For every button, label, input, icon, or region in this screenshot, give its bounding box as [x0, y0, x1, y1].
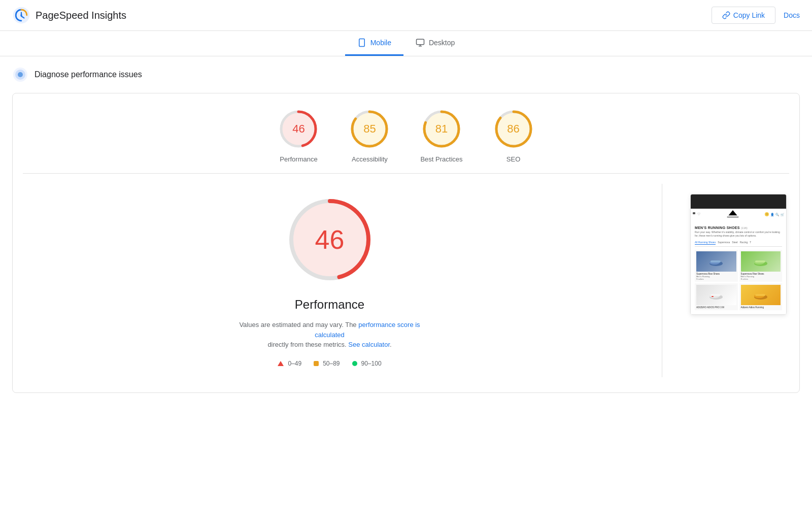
svg-point-1	[20, 14, 22, 16]
screenshot-tab-supernova: Supernova	[718, 241, 730, 245]
performance-section: 46 Performance Values are estimated and …	[23, 184, 789, 377]
product-3-name: ADIZERO ADIOS PRO 3 M	[696, 306, 736, 309]
product-4-image	[741, 285, 781, 305]
svg-rect-26	[727, 215, 738, 217]
best-practices-score: 81	[435, 122, 448, 136]
legend-orange: 50–89	[314, 360, 340, 367]
screenshot-nav-right: 1 👤 🔍 🛒	[765, 212, 784, 216]
large-performance-title: Performance	[295, 298, 364, 312]
screenshot-area: ♡ 1 👤 🔍 🛒	[688, 184, 789, 377]
link-icon	[722, 11, 730, 19]
score-item-performance: 46 Performance	[278, 109, 319, 163]
cart-icon: 🛒	[781, 213, 784, 216]
user-icon: 👤	[770, 213, 774, 216]
header-right: Copy Link Docs	[712, 7, 800, 24]
scores-row: 46 Performance 85 Accessibility	[23, 109, 789, 163]
legend-orange-range: 50–89	[323, 360, 340, 367]
search-icon: 🔍	[775, 213, 779, 216]
screenshot-tab-more: T	[750, 241, 751, 245]
performance-detail-left: 46 Performance Values are estimated and …	[23, 184, 636, 377]
accessibility-label: Accessibility	[352, 155, 388, 163]
seo-label: SEO	[506, 155, 520, 163]
tab-desktop-label: Desktop	[429, 39, 455, 47]
diagnose-header: Diagnose performance issues	[12, 67, 800, 83]
vertical-divider	[662, 184, 662, 377]
product-2-colors: S colors	[741, 278, 781, 280]
score-legend: 0–49 50–89 90–100	[278, 360, 381, 367]
product-2-image	[741, 251, 781, 272]
svg-rect-29	[710, 260, 721, 262]
screenshot-header-bar	[691, 194, 786, 209]
svg-rect-39	[755, 294, 765, 296]
header: PageSpeed Insights Copy Link Docs	[0, 0, 812, 31]
performance-circle: 46	[278, 109, 319, 149]
legend-green-range: 90–100	[361, 360, 382, 367]
product-4-name: Adizero Adios Running	[741, 306, 781, 309]
screenshot-product-3: ADIZERO ADIOS PRO 3 M	[695, 283, 738, 310]
accessibility-score: 85	[363, 122, 376, 136]
section-divider	[23, 173, 789, 174]
tab-mobile[interactable]: Mobile	[345, 31, 403, 56]
red-triangle-icon	[278, 361, 284, 366]
legend-red-range: 0–49	[288, 360, 301, 367]
scores-card: 46 Performance 85 Accessibility	[12, 93, 800, 393]
screenshot-products-grid: Supernova Rise Shoes Men's Running S col…	[695, 250, 782, 310]
best-practices-circle: 81	[421, 109, 462, 149]
green-circle-icon	[352, 361, 357, 366]
tab-desktop[interactable]: Desktop	[403, 31, 467, 56]
screenshot-page-desc: Run your way. Whether it's stability, cl…	[695, 231, 782, 238]
copy-link-button[interactable]: Copy Link	[712, 7, 775, 24]
svg-rect-32	[755, 260, 765, 262]
performance-description: Values are estimated and may vary. The p…	[233, 320, 426, 350]
screenshot-product-2: Supernova Rise Shoes Men's Running S col…	[739, 250, 783, 282]
pagespeed-logo-icon	[12, 6, 30, 24]
screenshot-page-title: MEN'S RUNNING SHOES (116)	[695, 226, 782, 229]
product-1-image	[696, 251, 736, 272]
score-item-accessibility: 85 Accessibility	[349, 109, 390, 163]
accessibility-circle: 85	[349, 109, 390, 149]
screenshot-tab-steel: Steel	[732, 241, 737, 245]
copy-link-label: Copy Link	[733, 11, 765, 19]
badge-icon: 1	[765, 212, 769, 216]
hamburger-icon	[693, 212, 695, 214]
svg-rect-4	[416, 39, 424, 45]
large-performance-score: 46	[315, 224, 345, 255]
screenshot-content: MEN'S RUNNING SHOES (116) Run your way. …	[691, 220, 786, 314]
product-3-image	[696, 285, 736, 305]
large-performance-circle: 46	[284, 194, 376, 285]
heart-icon: ♡	[697, 212, 700, 216]
adidas-logo	[727, 210, 739, 218]
header-left: PageSpeed Insights	[12, 6, 126, 24]
docs-link[interactable]: Docs	[784, 11, 800, 19]
best-practices-label: Best Practices	[420, 155, 462, 163]
legend-red: 0–49	[278, 360, 301, 367]
seo-circle: 86	[493, 109, 534, 149]
diagnose-icon	[12, 67, 28, 83]
screenshot-tabs: All Running Shoes Supernova Steel Racing…	[695, 241, 782, 247]
main-content: Diagnose performance issues 46 Performan…	[0, 56, 812, 413]
see-calculator-link[interactable]: See calculator	[348, 341, 390, 348]
screenshot-product-count: (116)	[741, 226, 748, 229]
screenshot-nav-left: ♡	[693, 212, 700, 216]
legend-green: 90–100	[352, 360, 382, 367]
tabs-container: Mobile Desktop	[0, 31, 812, 56]
screenshot-tab-racing: Racing	[740, 241, 748, 245]
svg-point-9	[18, 72, 23, 77]
svg-rect-35	[710, 294, 721, 296]
tab-mobile-label: Mobile	[370, 39, 391, 47]
score-item-best-practices: 81 Best Practices	[420, 109, 462, 163]
screenshot-tab-active: All Running Shoes	[695, 241, 716, 245]
seo-score: 86	[507, 122, 519, 136]
diagnose-title: Diagnose performance issues	[35, 70, 142, 79]
screenshot-product-4: Adizero Adios Running	[739, 283, 783, 310]
desc-text-2: directly from these metrics.	[267, 341, 346, 348]
performance-label: Performance	[280, 155, 317, 163]
svg-rect-36	[712, 296, 714, 297]
score-item-seo: 86 SEO	[493, 109, 534, 163]
desktop-icon	[416, 38, 425, 47]
site-screenshot: ♡ 1 👤 🔍 🛒	[690, 194, 787, 315]
screenshot-nav: ♡ 1 👤 🔍 🛒	[691, 209, 786, 220]
svg-rect-2	[359, 39, 364, 47]
performance-score: 46	[292, 122, 304, 136]
orange-square-icon	[314, 361, 319, 366]
